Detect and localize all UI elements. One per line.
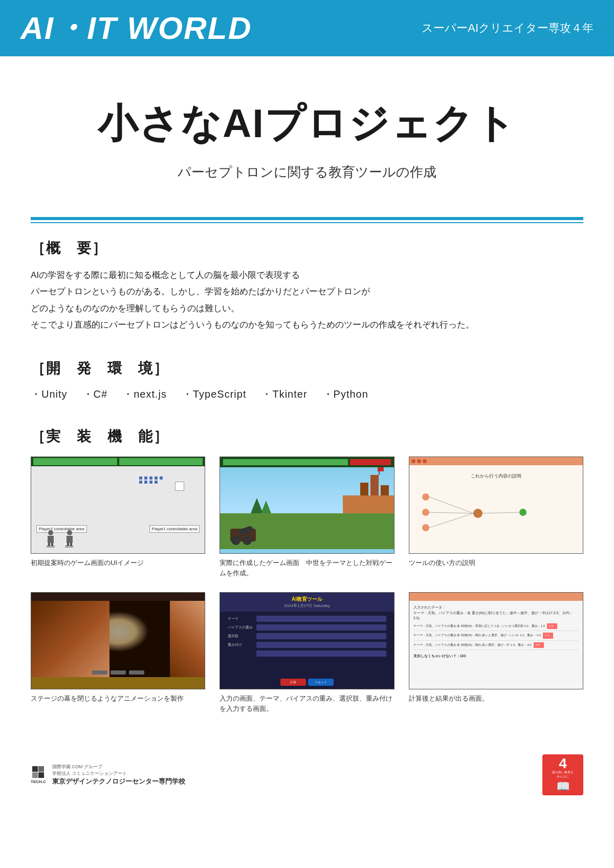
- mock5-title-bar: AI教育ツール 2024年1月27日 Saturday: [220, 593, 393, 612]
- hero-section: 小さなAIプロジェクト パーセプトロンに関する教育ツールの作成: [31, 56, 583, 212]
- mock1-area-left: Player2 controllable area: [36, 525, 87, 533]
- mock6-divider3: [413, 649, 579, 650]
- overview-body: AIの学習をする際に最初に知る概念として人の脳を最小限で表現する パーセプトロン…: [31, 267, 583, 333]
- actor-leg-2r: [70, 543, 72, 546]
- footer-group-label: 国際学園 COM グループ: [52, 764, 185, 770]
- actor-body-2: [67, 536, 73, 543]
- image-box-2: [220, 457, 394, 554]
- image-caption-3: ツールの使い方の説明: [409, 558, 583, 568]
- footer-badge-icon: 📖: [556, 780, 570, 793]
- mock6-highlight3: 3.0: [534, 642, 544, 648]
- mock6-divider2: [413, 640, 579, 641]
- actor-body-1: [48, 536, 54, 543]
- mock6-result: 支出しなくちゃいけない？：103: [413, 653, 579, 659]
- mock2-wheel1: [231, 536, 240, 545]
- footer-logo-area: TECH.C: [31, 766, 46, 784]
- image-box-6: 入力されたデータ： テーマ：天気、バイアスの重み：各 重さ(W)に割り当てた：途…: [409, 592, 583, 689]
- mock5-field-row-1: テーマ: [228, 616, 386, 622]
- logo-sq4: [38, 772, 44, 778]
- mock4-floor: [31, 677, 205, 689]
- mock5-input-4[interactable]: [256, 642, 386, 648]
- mock2-sky: [220, 467, 393, 513]
- mock6-row1-text: テーマ：天気、バイアスの重み 各 特徴(W)：実例に応じて 1点：いいか 1選択…: [413, 624, 545, 629]
- header: AI・IT WORLD スーパーAIクリエイター専攻４年: [0, 0, 614, 56]
- devenv-item-unity: ・Unity: [31, 387, 68, 401]
- mock3-dot-1: [411, 459, 415, 463]
- mock1-topbar: [31, 457, 205, 466]
- devenv-item-typescript: ・TypeScript: [182, 387, 246, 401]
- mock5-title-text: AI教育ツール: [225, 596, 388, 603]
- actor-head-2: [67, 530, 72, 535]
- mock5-btn-row: 計算 リセット: [220, 676, 393, 689]
- mock3-dot-3: [423, 459, 427, 463]
- svg-line-3: [483, 512, 519, 513]
- image-item-1: Player2 controllable area Player1 contro…: [31, 457, 205, 578]
- hero-title: 小さなAIプロジェクト: [31, 97, 583, 151]
- mock1-content: Player2 controllable area Player1 contro…: [31, 466, 205, 553]
- footer-techc-label: TECH.C: [31, 779, 46, 784]
- mock1-actor-1: Actor: [47, 530, 55, 548]
- image-caption-1: 初期提案時のゲーム画面のUIイメージ: [31, 558, 205, 568]
- mock5-label-1: テーマ: [228, 616, 253, 621]
- mock3-diagram: [417, 486, 575, 547]
- mock5-label-2: バイアスの重み: [228, 625, 253, 630]
- overview-section: ［概 要］ AIの学習をする際に最初に知る概念として人の脳を最小限で表現する パ…: [31, 238, 583, 333]
- image-item-4: ステージの幕を閉じるようなアニメーションを製作: [31, 592, 205, 713]
- mock4-ctrl-3: [129, 670, 144, 675]
- mock2-tree2: [261, 501, 271, 513]
- mock5-btn-red[interactable]: 計算: [280, 679, 306, 686]
- devenv-item-nextjs: ・next.js: [123, 387, 167, 401]
- image-caption-6: 計算後と結果が出る画面。: [409, 693, 583, 704]
- actor-head-1: [48, 530, 53, 535]
- devenv-list: ・Unity ・C# ・next.js ・TypeScript ・Tkinter…: [31, 387, 583, 401]
- mock5-input-3[interactable]: [256, 633, 386, 639]
- main-content: 小さなAIプロジェクト パーセプトロンに関する教育ツールの作成 ［概 要］ AI…: [0, 56, 614, 713]
- mock2-castle-base: [343, 495, 394, 513]
- mock5-input-1[interactable]: [256, 616, 386, 622]
- image-item-3: これから行う内容の説明: [409, 457, 583, 578]
- footer-logo-squares: [32, 766, 45, 778]
- mock5-input-5[interactable]: [256, 650, 386, 657]
- mock2-wheel2: [243, 536, 252, 545]
- image-item-2: 実際に作成したゲーム画面 中世をテーマとした対戦ゲームを作成。: [220, 457, 394, 578]
- footer-text-area: 国際学園 COM グループ 学校法人 コミュニケーションアート 東京デザインテク…: [52, 764, 185, 786]
- actor-leg-1r: [51, 543, 53, 546]
- actor-legs-1: [47, 543, 55, 546]
- mock6-content: 入力されたデータ： テーマ：天気、バイアスの重み：各 重さ(W)に割り当てた：途…: [409, 601, 583, 663]
- header-title: AI・IT WORLD: [20, 7, 252, 50]
- mock1-actors: Actor: [36, 530, 84, 548]
- mock4-controls: [92, 670, 144, 675]
- mock4-ctrl-1: [92, 670, 107, 675]
- devenv-item-csharp: ・C#: [83, 387, 108, 401]
- image-box-5: AI教育ツール 2024年1月27日 Saturday テーマ バイアスの重み: [220, 592, 394, 689]
- svg-line-0: [429, 497, 473, 513]
- mock4-topbar: [31, 593, 205, 601]
- mock6-row1: テーマ：天気、バイアスの重み 各 特徴(W)：実例に応じて 1点：いいか 1選択…: [413, 623, 579, 630]
- mock1-area-label-right: Player1 controllable area: [149, 525, 200, 533]
- mock1-area-label-left: Player2 controllable area: [36, 525, 87, 533]
- mock3-title-bar: [430, 459, 581, 463]
- svg-line-1: [429, 512, 473, 513]
- mock2-greenbar: [223, 459, 347, 465]
- mock1-greenbar-right: [119, 458, 203, 465]
- image-item-5: AI教育ツール 2024年1月27日 Saturday テーマ バイアスの重み: [220, 592, 394, 713]
- mock5-input-2[interactable]: [256, 624, 386, 631]
- actor-legs-2: [65, 543, 74, 546]
- mock6-highlight1: 1.0: [547, 623, 557, 630]
- mock6-topbar: [409, 593, 583, 601]
- footer-school-label: 学校法人 コミュニケーションアート: [52, 770, 185, 777]
- mock1-greenbar-left: [33, 458, 117, 465]
- mock3-connections: [417, 486, 575, 547]
- footer-sdg-badge: 4 質の高い教育をみんなに 📖: [542, 754, 583, 795]
- footer-badge-number: 4: [559, 756, 567, 771]
- mock5-label-3: 選択肢: [228, 634, 253, 639]
- logo-sq3: [32, 772, 38, 778]
- devenv-title: ［開 発 環 境］: [31, 359, 583, 378]
- image-caption-4: ステージの幕を閉じるようなアニメーションを製作: [31, 693, 205, 704]
- image-box-4: [31, 592, 205, 689]
- mock2-flag: [378, 467, 384, 471]
- image-box-1: Player2 controllable area Player1 contro…: [31, 457, 205, 554]
- mock5-btn-blue[interactable]: リセット: [308, 679, 334, 686]
- image-caption-5: 入力の画面、テーマ、バイアスの重み、選択肢、重み付けを入力する画面。: [220, 693, 394, 713]
- section-divider: [31, 217, 583, 223]
